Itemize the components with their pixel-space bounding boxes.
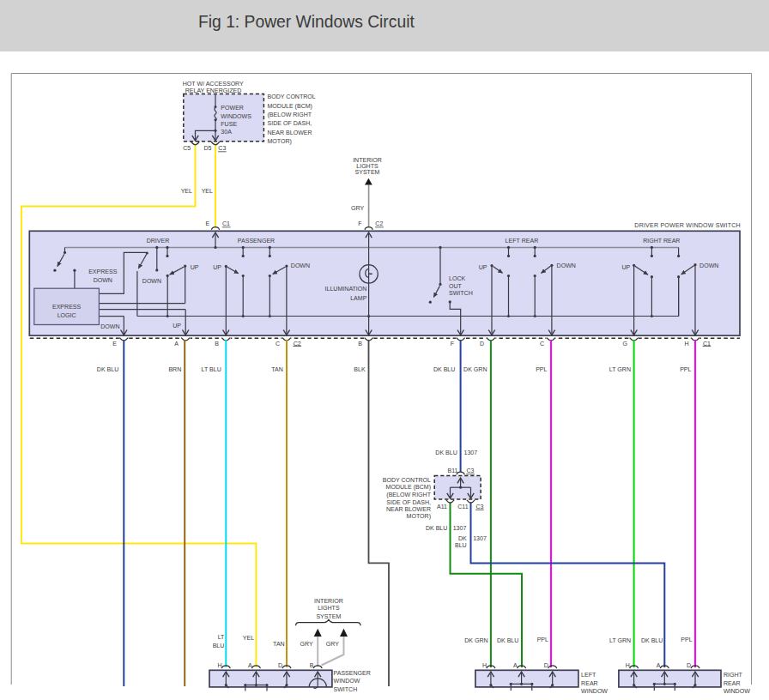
svg-text:Fig 1: Power Windows Circuit: Fig 1: Power Windows Circuit: [198, 13, 415, 31]
svg-text:PASSENGER: PASSENGER: [238, 238, 275, 244]
svg-text:DRIVER: DRIVER: [147, 238, 170, 244]
svg-text:C3: C3: [466, 468, 474, 474]
svg-text:TAN: TAN: [273, 641, 285, 647]
svg-text:MODULE (BCM): MODULE (BCM): [268, 103, 312, 110]
svg-text:A11: A11: [437, 504, 447, 510]
svg-text:H: H: [482, 662, 487, 668]
svg-text:WINDOW: WINDOW: [581, 688, 608, 694]
svg-text:MODULE (BCM): MODULE (BCM): [386, 484, 431, 491]
svg-text:D: D: [480, 341, 484, 347]
svg-text:DK BLU: DK BLU: [433, 366, 455, 372]
svg-text:DK BLU: DK BLU: [426, 525, 447, 531]
svg-text:H: H: [626, 662, 630, 668]
svg-text:BLU: BLU: [455, 542, 467, 548]
svg-text:DK BLU: DK BLU: [497, 637, 518, 643]
svg-text:B11: B11: [447, 468, 457, 474]
svg-text:B: B: [358, 341, 362, 347]
svg-text:LT GRN: LT GRN: [609, 366, 631, 372]
svg-text:LT: LT: [218, 634, 225, 640]
svg-text:30A: 30A: [221, 129, 232, 135]
svg-text:OUT: OUT: [449, 283, 463, 289]
svg-text:INTERIOR: INTERIOR: [353, 157, 382, 163]
svg-text:D: D: [687, 662, 691, 668]
svg-text:A: A: [513, 662, 518, 668]
svg-text:HOT W/ ACCESSORY: HOT W/ ACCESSORY: [183, 81, 244, 87]
svg-text:H: H: [684, 341, 688, 347]
svg-text:LT GRN: LT GRN: [609, 637, 631, 643]
svg-text:REAR: REAR: [724, 680, 741, 686]
svg-text:A: A: [174, 341, 179, 347]
svg-text:INTERIOR: INTERIOR: [314, 598, 343, 604]
svg-text:BODY CONTROL: BODY CONTROL: [383, 477, 431, 483]
svg-text:LIGHTS: LIGHTS: [318, 605, 340, 611]
svg-text:YEL: YEL: [202, 188, 213, 194]
svg-text:LIGHTS: LIGHTS: [356, 163, 378, 169]
svg-text:LOCK: LOCK: [449, 275, 465, 281]
svg-text:DK: DK: [458, 535, 467, 541]
svg-text:1307: 1307: [464, 450, 478, 456]
svg-text:YEL: YEL: [181, 188, 192, 194]
svg-text:C1: C1: [703, 341, 711, 347]
svg-text:G: G: [623, 341, 627, 347]
svg-text:MOTOR): MOTOR): [407, 513, 431, 520]
svg-text:DOWN: DOWN: [291, 262, 310, 269]
svg-text:BRN: BRN: [168, 366, 181, 372]
svg-text:A: A: [248, 662, 252, 668]
svg-text:B: B: [310, 662, 314, 668]
svg-text:UP: UP: [213, 264, 221, 270]
svg-text:C: C: [540, 341, 544, 347]
svg-text:NEAR BLOWER: NEAR BLOWER: [268, 130, 312, 136]
svg-text:POWER: POWER: [221, 105, 244, 111]
svg-text:DOWN: DOWN: [557, 262, 576, 269]
svg-text:SWITCH: SWITCH: [334, 686, 358, 692]
svg-text:GRY: GRY: [300, 641, 312, 647]
svg-text:WINDOW: WINDOW: [724, 688, 750, 694]
svg-text:LEFT: LEFT: [581, 672, 596, 678]
svg-text:DRIVER POWER WINDOW SWITCH: DRIVER POWER WINDOW SWITCH: [634, 222, 741, 228]
svg-text:B: B: [215, 341, 219, 347]
svg-text:EXPRESS: EXPRESS: [88, 269, 118, 275]
svg-text:BODY CONTROL: BODY CONTROL: [268, 94, 316, 100]
svg-text:C1: C1: [222, 220, 230, 226]
svg-text:PASSENGER: PASSENGER: [334, 670, 371, 676]
svg-text:DOWN: DOWN: [94, 277, 112, 283]
svg-text:RELAY ENERGIZED: RELAY ENERGIZED: [185, 88, 242, 94]
svg-text:1307: 1307: [473, 535, 487, 541]
svg-text:A: A: [657, 662, 661, 668]
svg-text:F: F: [358, 220, 362, 226]
svg-text:DK BLU: DK BLU: [435, 450, 457, 456]
svg-text:TAN: TAN: [271, 366, 283, 372]
svg-text:SIDE OF DASH,: SIDE OF DASH,: [386, 499, 431, 505]
svg-text:LOGIC: LOGIC: [58, 312, 76, 318]
svg-text:D: D: [278, 662, 282, 668]
svg-text:C2: C2: [375, 220, 383, 226]
svg-text:SYSTEM: SYSTEM: [355, 169, 380, 175]
svg-text:D5: D5: [203, 145, 211, 151]
svg-text:RIGHT REAR: RIGHT REAR: [643, 238, 680, 244]
svg-text:DK GRN: DK GRN: [464, 637, 487, 643]
svg-text:MOTOR): MOTOR): [268, 138, 292, 145]
svg-text:SWITCH: SWITCH: [449, 290, 473, 296]
svg-text:F: F: [451, 341, 455, 347]
svg-text:DK BLU: DK BLU: [641, 637, 663, 643]
svg-text:RIGHT: RIGHT: [724, 672, 743, 678]
svg-text:UP: UP: [191, 264, 199, 270]
svg-text:UP: UP: [622, 264, 631, 270]
svg-text:FUSE: FUSE: [221, 121, 237, 127]
svg-text:DOWN: DOWN: [100, 323, 119, 329]
svg-text:DOWN: DOWN: [142, 278, 161, 284]
svg-text:DK BLU: DK BLU: [97, 366, 118, 372]
svg-text:NEAR BLOWER: NEAR BLOWER: [386, 506, 431, 512]
svg-text:H: H: [217, 662, 221, 668]
svg-text:ILLUMINATION: ILLUMINATION: [325, 286, 367, 292]
svg-text:C11: C11: [457, 504, 468, 510]
svg-text:BLK: BLK: [354, 366, 366, 372]
svg-text:(BELOW RIGHT: (BELOW RIGHT: [386, 492, 431, 498]
svg-text:LEFT REAR: LEFT REAR: [506, 238, 539, 244]
svg-text:WINDOW: WINDOW: [334, 678, 360, 684]
svg-text:E: E: [112, 341, 117, 347]
svg-text:GRY: GRY: [326, 641, 339, 647]
svg-text:PPL: PPL: [536, 366, 547, 372]
svg-text:C2: C2: [294, 341, 301, 347]
svg-text:PPL: PPL: [537, 637, 548, 643]
